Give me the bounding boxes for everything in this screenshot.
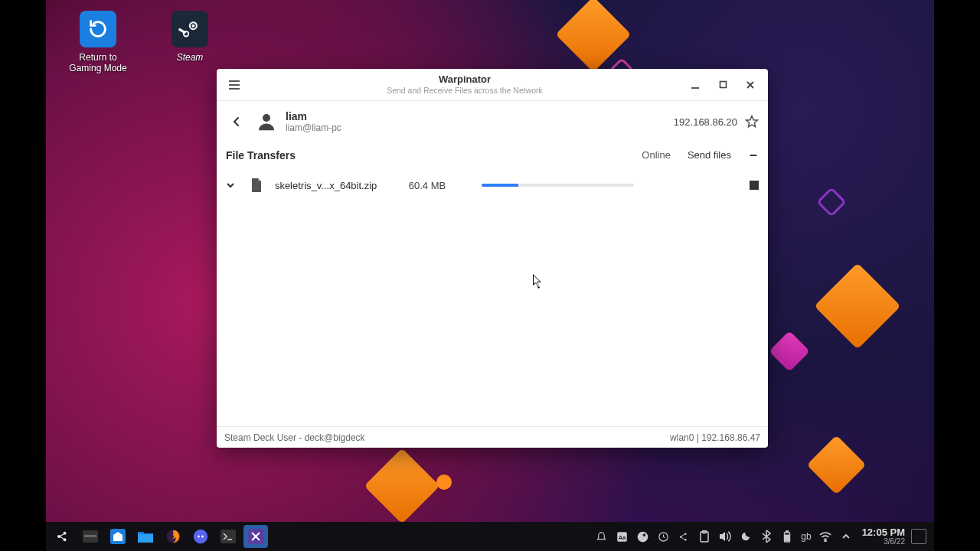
- clock-time: 12:05 PM: [862, 527, 905, 538]
- tray-chevron-up-icon[interactable]: [839, 530, 853, 543]
- stop-transfer-button[interactable]: [750, 181, 759, 190]
- collapse-button[interactable]: –: [748, 147, 759, 163]
- statusbar-network: wlan0 | 192.168.86.47: [670, 432, 760, 443]
- taskbar-discover[interactable]: [106, 525, 130, 548]
- peer-address: liam@liam-pc: [286, 122, 341, 133]
- system-tray: Aa gb: [594, 530, 852, 543]
- steam-icon: [172, 11, 208, 47]
- transfer-size: 60.4 MB: [409, 180, 469, 191]
- expand-button[interactable]: [226, 181, 238, 190]
- svg-rect-42: [786, 535, 789, 541]
- svg-point-23: [194, 530, 207, 543]
- tray-updates-icon[interactable]: [656, 530, 670, 543]
- wallpaper-decoration: [436, 474, 452, 490]
- desktop-icon-steam[interactable]: Steam: [152, 11, 228, 63]
- section-title: File Transfers: [226, 149, 296, 161]
- wallpaper-decoration: [769, 331, 810, 372]
- svg-point-29: [254, 535, 257, 538]
- show-desktop-button[interactable]: [911, 529, 926, 544]
- svg-point-32: [637, 531, 648, 542]
- file-icon: [250, 178, 263, 192]
- tray-steam-icon[interactable]: [635, 530, 649, 543]
- svg-point-33: [642, 533, 645, 536]
- tray-clipboard-icon[interactable]: [697, 530, 711, 543]
- favorite-button[interactable]: [745, 115, 759, 129]
- statusbar-identity: Steam Deck User - deck@bigdeck: [224, 432, 365, 443]
- taskbar-warpinator[interactable]: [243, 525, 268, 548]
- transfer-list: skeletris_v...x_64bit.zip 60.4 MB: [217, 171, 768, 426]
- svg-rect-21: [138, 534, 153, 543]
- desktop-icon-return-gaming-mode[interactable]: Return to Gaming Mode: [60, 11, 136, 73]
- tray-battery-icon[interactable]: [780, 530, 794, 543]
- desktop-icon-label: Return to Gaming Mode: [60, 52, 136, 73]
- taskbar-files[interactable]: [133, 525, 158, 548]
- send-files-button[interactable]: Send files: [688, 149, 731, 161]
- window-title: Warpinator: [247, 74, 682, 86]
- svg-rect-41: [786, 531, 789, 533]
- minimize-button[interactable]: [682, 73, 708, 96]
- tray-notifications-icon[interactable]: [594, 530, 608, 543]
- peer-name: liam: [286, 110, 341, 122]
- close-button[interactable]: [737, 73, 763, 96]
- svg-marker-12: [746, 116, 758, 127]
- taskbar-firefox[interactable]: [161, 525, 185, 548]
- tray-font-icon[interactable]: Aa: [615, 530, 629, 543]
- wallpaper-decoration: [807, 435, 867, 495]
- connection-status: Online: [642, 149, 671, 161]
- desktop[interactable]: Return to Gaming Mode Steam Warpinator S…: [46, 0, 934, 551]
- desktop-icon-label: Steam: [152, 52, 228, 63]
- svg-point-24: [198, 535, 200, 537]
- svg-rect-8: [720, 82, 726, 88]
- tray-keyboard-layout[interactable]: gb: [801, 530, 811, 543]
- peer-ip: 192.168.86.20: [674, 116, 737, 128]
- tray-volume-icon[interactable]: [718, 530, 732, 543]
- maximize-button[interactable]: [710, 73, 736, 96]
- wallpaper-decoration: [816, 187, 847, 217]
- warpinator-window: Warpinator Send and Receive Files across…: [217, 69, 768, 448]
- tray-wifi-icon[interactable]: [818, 530, 832, 543]
- transfer-filename: skeletris_v...x_64bit.zip: [275, 180, 397, 191]
- taskbar-discord[interactable]: [188, 525, 213, 548]
- clock-date: 3/6/22: [862, 538, 905, 546]
- svg-rect-26: [220, 530, 236, 543]
- back-button[interactable]: [226, 111, 247, 132]
- taskbar-system-monitor[interactable]: [78, 525, 103, 548]
- wallpaper-decoration: [814, 262, 900, 349]
- taskbar-clock[interactable]: 12:05 PM 3/6/22: [862, 527, 905, 546]
- tray-app-icon[interactable]: [677, 530, 691, 543]
- svg-text:Aa: Aa: [618, 533, 626, 540]
- svg-point-25: [201, 535, 204, 537]
- svg-rect-19: [84, 535, 96, 537]
- statusbar: Steam Deck User - deck@bigdeck wlan0 | 1…: [217, 426, 768, 448]
- wallpaper-decoration: [364, 448, 440, 524]
- hamburger-menu-button[interactable]: [221, 73, 247, 96]
- taskbar: Aa gb 12:05 PM 3/6/22: [46, 522, 934, 551]
- titlebar[interactable]: Warpinator Send and Receive Files across…: [217, 69, 768, 101]
- tray-night-icon[interactable]: [739, 530, 753, 543]
- transfers-header: File Transfers Online Send files –: [217, 142, 768, 171]
- svg-point-14: [64, 532, 67, 535]
- return-icon: [80, 11, 116, 47]
- user-icon: [255, 110, 278, 133]
- peer-header: liam liam@liam-pc 192.168.86.20: [217, 101, 768, 142]
- app-launcher-button[interactable]: [51, 525, 75, 548]
- svg-point-15: [64, 538, 67, 541]
- svg-point-43: [825, 540, 826, 542]
- taskbar-terminal[interactable]: [216, 525, 240, 548]
- window-subtitle: Send and Receive Files across the Networ…: [247, 86, 682, 95]
- svg-point-0: [179, 18, 201, 40]
- svg-rect-17: [60, 536, 64, 539]
- svg-point-2: [191, 24, 194, 28]
- transfer-progressbar: [482, 184, 634, 187]
- svg-point-11: [263, 114, 270, 122]
- tray-bluetooth-icon[interactable]: [760, 530, 773, 543]
- transfer-row: skeletris_v...x_64bit.zip 60.4 MB: [217, 171, 768, 200]
